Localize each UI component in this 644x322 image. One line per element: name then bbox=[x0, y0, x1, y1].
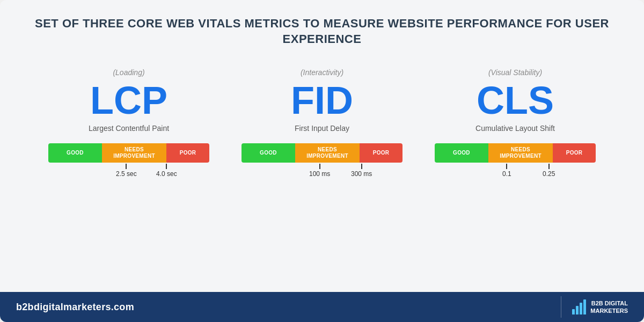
metric-card-fid: (Interactivity) FID First Input Delay GO… bbox=[241, 68, 402, 180]
fid-acronym: FID bbox=[291, 81, 353, 120]
fid-scale: GOOD NEEDSIMPROVEMENT POOR 100 ms 300 ms bbox=[241, 143, 402, 180]
cls-category: (Visual Stability) bbox=[488, 68, 542, 77]
lcp-markers: 2.5 sec 4.0 sec bbox=[48, 164, 209, 180]
fid-marker-1: 100 ms bbox=[309, 164, 330, 178]
cls-good-segment: GOOD bbox=[435, 143, 488, 163]
fid-marker-line-1 bbox=[319, 164, 320, 169]
lcp-marker-line-1 bbox=[126, 164, 127, 169]
cls-label-1: 0.1 bbox=[502, 170, 511, 178]
fid-needs-segment: NEEDSIMPROVEMENT bbox=[295, 143, 360, 163]
bar-1 bbox=[572, 309, 575, 314]
cls-label-2: 0.25 bbox=[543, 170, 555, 178]
fid-marker-2: 300 ms bbox=[351, 164, 372, 178]
page-title: SET OF THREE CORE WEB VITALS METRICS TO … bbox=[32, 16, 612, 47]
fid-scale-bar: GOOD NEEDSIMPROVEMENT POOR bbox=[241, 143, 402, 163]
metric-card-cls: (Visual Stability) CLS Cumulative Layout… bbox=[435, 68, 596, 180]
cls-marker-line-2 bbox=[548, 164, 550, 169]
metric-card-lcp: (Loading) LCP Largest Contentful Paint G… bbox=[48, 68, 209, 180]
lcp-marker-2: 4.0 sec bbox=[156, 164, 177, 178]
fid-marker-line-2 bbox=[361, 164, 362, 169]
fid-markers: 100 ms 300 ms bbox=[241, 164, 402, 180]
footer-brand-text: B2B DIGITAL MARKETERS bbox=[590, 299, 628, 315]
footer-brand: B2B DIGITAL MARKETERS bbox=[554, 296, 628, 318]
bar-chart-icon bbox=[572, 299, 586, 314]
cls-marker-line-1 bbox=[506, 164, 507, 169]
lcp-acronym: LCP bbox=[90, 81, 167, 120]
footer-brand-line1: B2B DIGITAL bbox=[591, 300, 628, 306]
lcp-marker-1: 2.5 sec bbox=[116, 164, 137, 178]
cls-marker-2: 0.25 bbox=[543, 164, 555, 178]
footer-divider bbox=[561, 296, 561, 318]
bar-2 bbox=[576, 306, 579, 314]
lcp-scale-bar: GOOD NEEDSIMPROVEMENT POOR bbox=[48, 143, 209, 163]
lcp-scale: GOOD NEEDSIMPROVEMENT POOR 2.5 sec 4.0 s… bbox=[48, 143, 209, 180]
content-area: SET OF THREE CORE WEB VITALS METRICS TO … bbox=[0, 0, 644, 292]
cls-marker-1: 0.1 bbox=[502, 164, 511, 178]
footer-brand-line2: MARKETERS bbox=[590, 308, 628, 314]
lcp-fullname: Largest Contentful Paint bbox=[89, 124, 169, 133]
lcp-label-2: 4.0 sec bbox=[156, 170, 177, 178]
main-container: SET OF THREE CORE WEB VITALS METRICS TO … bbox=[0, 0, 644, 322]
lcp-marker-line-2 bbox=[166, 164, 167, 169]
bar-4 bbox=[583, 299, 586, 314]
lcp-needs-segment: NEEDSIMPROVEMENT bbox=[102, 143, 166, 163]
lcp-poor-segment: POOR bbox=[166, 143, 209, 163]
fid-label-1: 100 ms bbox=[309, 170, 330, 178]
lcp-good-segment: GOOD bbox=[48, 143, 102, 163]
fid-label-2: 300 ms bbox=[351, 170, 372, 178]
bar-3 bbox=[580, 303, 582, 314]
cls-acronym: CLS bbox=[477, 81, 554, 120]
fid-category: (Interactivity) bbox=[301, 68, 343, 77]
cls-fullname: Cumulative Layout Shift bbox=[475, 124, 555, 133]
cls-needs-segment: NEEDSIMPROVEMENT bbox=[488, 143, 553, 163]
fid-poor-segment: POOR bbox=[360, 143, 402, 163]
cls-scale-bar: GOOD NEEDSIMPROVEMENT POOR bbox=[435, 143, 596, 163]
footer: b2bdigitalmarketers.com B2B DIGITAL MARK… bbox=[0, 292, 644, 322]
lcp-label-1: 2.5 sec bbox=[116, 170, 137, 178]
cls-markers: 0.1 0.25 bbox=[435, 164, 596, 180]
cls-poor-segment: POOR bbox=[553, 143, 596, 163]
fid-good-segment: GOOD bbox=[241, 143, 295, 163]
metrics-row: (Loading) LCP Largest Contentful Paint G… bbox=[32, 63, 612, 281]
cls-scale: GOOD NEEDSIMPROVEMENT POOR 0.1 0.25 bbox=[435, 143, 596, 180]
fid-fullname: First Input Delay bbox=[295, 124, 349, 133]
footer-url: b2bdigitalmarketers.com bbox=[16, 302, 134, 313]
lcp-category: (Loading) bbox=[113, 68, 144, 77]
